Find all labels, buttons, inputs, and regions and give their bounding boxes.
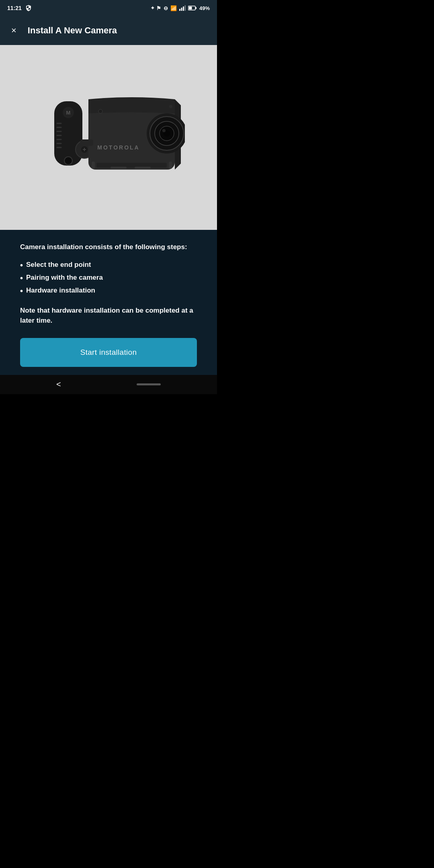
camera-body: MOTOROLA — [88, 97, 185, 170]
svg-rect-35 — [111, 167, 127, 169]
svg-rect-23 — [96, 163, 167, 168]
svg-rect-25 — [169, 162, 172, 169]
status-left: 11:21 — [7, 4, 32, 12]
intro-text: Camera installation consists of the foll… — [20, 242, 197, 252]
start-installation-button[interactable]: Start installation — [20, 338, 197, 367]
mount-bracket: M — [54, 101, 93, 166]
svg-point-17 — [64, 157, 72, 165]
svg-rect-36 — [135, 167, 151, 169]
step-1: Select the end point — [20, 259, 197, 272]
signal-icon — [179, 5, 186, 11]
bottom-nav: < — [0, 375, 217, 394]
location-icon: ⚑ — [156, 5, 161, 11]
battery-icon — [188, 6, 197, 10]
svg-text:M: M — [66, 110, 71, 116]
info-section: Camera installation consists of the foll… — [0, 230, 217, 375]
back-button[interactable]: < — [56, 380, 61, 389]
bluetooth-icon: ⌖ — [151, 5, 154, 11]
home-indicator[interactable] — [137, 383, 161, 385]
svg-rect-2 — [183, 6, 184, 11]
svg-rect-6 — [188, 7, 192, 10]
wifi-icon: 📶 — [170, 5, 177, 11]
status-bar: 11:21 ⌖ ⚑ ⊖ 📶 49% — [0, 0, 217, 16]
svg-rect-3 — [184, 5, 186, 11]
svg-rect-37 — [80, 139, 93, 146]
svg-rect-1 — [181, 8, 182, 11]
shield-icon — [25, 4, 32, 12]
svg-point-33 — [98, 109, 102, 113]
status-time: 11:21 — [7, 5, 22, 11]
svg-point-31 — [162, 129, 166, 132]
battery-percent: 49% — [199, 5, 210, 11]
svg-rect-5 — [195, 7, 197, 9]
app-header: × Install A New Camera — [0, 16, 217, 45]
svg-text:MOTOROLA: MOTOROLA — [97, 144, 139, 151]
camera-illustration: M — [32, 61, 185, 214]
steps-list: Select the end point Pairing with the ca… — [20, 259, 197, 297]
svg-point-32 — [169, 105, 172, 108]
note-text: Note that hardware installation can be c… — [20, 305, 197, 326]
minus-circle-icon: ⊖ — [164, 5, 168, 11]
step-2: Pairing with the camera — [20, 272, 197, 285]
status-right: ⌖ ⚑ ⊖ 📶 49% — [151, 5, 210, 11]
svg-rect-0 — [179, 9, 180, 11]
page-title: Install A New Camera — [28, 25, 209, 36]
close-button[interactable]: × — [8, 23, 20, 38]
camera-image-area: M — [0, 45, 217, 230]
step-3: Hardware installation — [20, 285, 197, 297]
svg-rect-24 — [92, 162, 95, 169]
